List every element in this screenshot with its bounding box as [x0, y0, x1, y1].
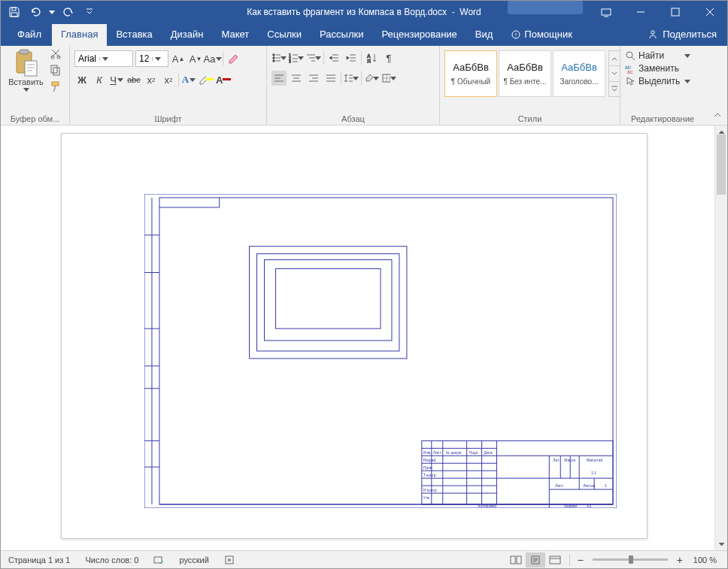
tab-view[interactable]: Вид [466, 24, 502, 46]
group-editing-label: Редактирование [625, 114, 700, 125]
tab-home[interactable]: Главная [52, 24, 107, 46]
shading-button[interactable] [364, 71, 379, 86]
svg-point-25 [273, 60, 275, 62]
svg-rect-80 [275, 269, 381, 329]
undo-more-button[interactable] [47, 3, 56, 21]
status-word-count[interactable]: Число слов: 0 [77, 555, 146, 564]
svg-text:Лит.: Лит. [553, 458, 560, 462]
tab-tell-me[interactable]: Помощник [502, 24, 581, 46]
format-painter-button[interactable] [50, 80, 65, 95]
cut-button[interactable] [50, 47, 65, 62]
highlight-button[interactable] [199, 72, 214, 87]
paste-more-button[interactable] [23, 88, 29, 92]
zoom-level[interactable]: 100 % [686, 555, 727, 564]
svg-rect-5 [672, 8, 679, 16]
svg-text:1:1: 1:1 [591, 471, 596, 475]
qat-customize-button[interactable] [80, 3, 99, 21]
style-sample: АаБбВв [453, 62, 489, 73]
scroll-thumb[interactable] [717, 135, 726, 195]
tab-insert[interactable]: Вставка [107, 24, 161, 46]
replace-button[interactable]: abac Заменить [625, 63, 690, 74]
status-macros[interactable] [217, 555, 242, 565]
group-paragraph-label: Абзац [271, 114, 435, 125]
svg-text:Листов: Листов [583, 483, 596, 488]
justify-button[interactable] [323, 71, 338, 86]
tab-file[interactable]: Файл [7, 24, 52, 46]
collapse-ribbon-button[interactable] [712, 110, 724, 122]
document-area[interactable]: Изм. Лист № докум. Подп. Дата Разраб. Пр… [1, 126, 727, 550]
view-web-button[interactable] [545, 552, 565, 567]
save-button[interactable] [5, 3, 23, 21]
borders-button[interactable] [381, 71, 396, 86]
scroll-down-button[interactable] [715, 537, 727, 550]
style-normal[interactable]: АаБбВв ¶ Обычный [444, 50, 497, 97]
show-marks-button[interactable]: ¶ [381, 50, 396, 65]
font-name-combo[interactable]: Arial [74, 50, 133, 67]
select-button[interactable]: Выделить [625, 76, 690, 86]
change-case-button[interactable]: Aa [205, 51, 220, 66]
svg-point-126 [228, 558, 231, 561]
zoom-out-button[interactable]: − [575, 554, 587, 566]
close-button[interactable] [693, 1, 727, 23]
subscript-button[interactable]: x2 [144, 72, 159, 87]
paste-button[interactable] [14, 47, 39, 77]
svg-point-63 [626, 52, 632, 58]
view-print-button[interactable] [526, 552, 545, 567]
text-effects-button[interactable]: A [181, 72, 196, 87]
share-button[interactable]: Поделиться [637, 24, 727, 46]
svg-text:Я: Я [367, 59, 371, 63]
redo-button[interactable] [59, 3, 77, 21]
bold-button[interactable]: Ж [74, 72, 89, 87]
copy-button[interactable] [50, 64, 65, 79]
zoom-slider[interactable] [593, 558, 668, 561]
increase-indent-button[interactable] [344, 50, 359, 65]
svg-rect-127 [511, 556, 515, 564]
style-no-spacing[interactable]: АаБбВв ¶ Без инте... [499, 50, 551, 97]
status-language[interactable]: русский [171, 555, 216, 564]
maximize-button[interactable] [658, 1, 693, 23]
undo-button[interactable] [26, 3, 44, 21]
tab-layout[interactable]: Макет [212, 24, 258, 46]
font-size-value: 12 [136, 53, 152, 64]
account-pill[interactable] [508, 1, 583, 14]
svg-rect-20 [52, 82, 59, 86]
shrink-font-button[interactable]: A▼ [188, 51, 203, 66]
style-heading1[interactable]: АаБбВв Заголово... [553, 50, 605, 97]
align-center-button[interactable] [289, 71, 304, 86]
superscript-button[interactable]: x2 [161, 72, 176, 87]
status-spellcheck[interactable] [146, 555, 171, 565]
view-read-button[interactable] [506, 552, 526, 567]
line-spacing-button[interactable] [344, 71, 359, 86]
font-name-value: Arial [75, 53, 99, 64]
svg-rect-133 [550, 556, 560, 564]
underline-button[interactable]: Ч [109, 72, 124, 87]
strikethrough-button[interactable]: abc [126, 72, 141, 87]
clear-formatting-button[interactable] [226, 51, 241, 66]
paste-label: Вставить [8, 77, 44, 86]
decrease-indent-button[interactable] [326, 50, 341, 65]
multilevel-button[interactable] [306, 50, 321, 65]
minimize-button[interactable] [623, 1, 658, 23]
svg-point-9 [651, 30, 654, 33]
tab-design[interactable]: Дизайн [162, 24, 213, 46]
bullets-button[interactable] [271, 50, 287, 65]
status-page[interactable]: Страница 1 из 1 [1, 555, 77, 564]
tab-mailings[interactable]: Рассылки [311, 24, 372, 46]
tab-references[interactable]: Ссылки [258, 24, 311, 46]
svg-rect-124 [154, 557, 162, 563]
italic-button[interactable]: К [92, 72, 107, 87]
numbering-button[interactable]: 123 [289, 50, 304, 65]
zoom-in-button[interactable]: + [674, 554, 686, 566]
sort-button[interactable]: AЯ [364, 50, 379, 65]
find-button[interactable]: Найти [625, 50, 690, 61]
styles-gallery-scroll[interactable] [608, 50, 620, 97]
grow-font-button[interactable]: A▲ [171, 51, 186, 66]
align-right-button[interactable] [306, 71, 321, 86]
tab-review[interactable]: Рецензирование [372, 24, 466, 46]
ribbon-display-button[interactable] [589, 1, 623, 23]
font-color-button[interactable]: A [216, 72, 231, 87]
align-left-button[interactable] [271, 71, 287, 86]
svg-point-21 [273, 54, 275, 56]
font-size-combo[interactable]: 12 [135, 50, 168, 67]
vertical-scrollbar[interactable] [714, 126, 727, 550]
